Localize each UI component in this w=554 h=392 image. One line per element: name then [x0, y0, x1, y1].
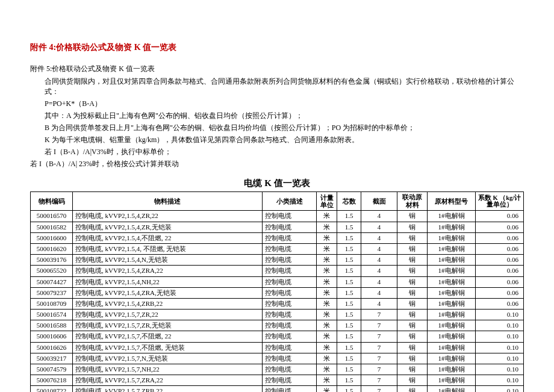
intro-formula: P=PO+K*（B-A） [30, 99, 524, 109]
cell-section: 7 [361, 310, 397, 320]
cell-k: 0.10 [476, 331, 524, 342]
cell-k: 0.10 [476, 320, 524, 331]
intro-line-1: 合同供货期限内，对且仅对第四章合同条款与格式、合同通用条款附表所列合同货物原材料… [30, 76, 524, 97]
cell-core: 1.5 [337, 375, 361, 386]
table-row: 500016606控制电缆, kVVP2,1.5,7,不阻燃, 22控制电缆米1… [31, 331, 524, 342]
cell-subdesc: 控制电缆 [263, 255, 317, 266]
cell-mat: 铜 [397, 375, 428, 386]
table-row: 500016600控制电缆, kVVP2,1.5,4,不阻燃, 22控制电缆米1… [31, 232, 524, 243]
table-row: 500076218控制电缆, kVVP2,1.5,7,ZRA,22控制电缆米1.… [31, 375, 524, 386]
cell-subdesc: 控制电缆 [263, 287, 317, 298]
cell-core: 1.5 [337, 266, 361, 276]
cell-subdesc: 控制电缆 [263, 243, 317, 254]
cell-code: 500074427 [31, 276, 73, 287]
table-row: 500079237控制电缆, kVVP2,1.5,4,ZRA,无铠装控制电缆米1… [31, 287, 524, 298]
cell-desc: 控制电缆, kVVP2,1.5,7,ZRA,22 [73, 375, 263, 386]
table-row: 500065520控制电缆, kVVP2,1.5,4,ZRA,22控制电缆米1.… [31, 266, 524, 276]
cell-code: 500108722 [31, 386, 73, 392]
cell-model: 1#电解铜 [428, 310, 476, 320]
cell-subdesc: 控制电缆 [263, 375, 317, 386]
col-core: 芯数 [337, 192, 361, 211]
cell-mat: 铜 [397, 298, 428, 309]
cell-section: 7 [361, 331, 397, 342]
cell-desc: 控制电缆, kVVP2,1.5,7,不阻燃, 无铠装 [73, 342, 263, 353]
cell-k: 0.06 [476, 255, 524, 266]
cell-section: 4 [361, 211, 397, 222]
cell-unit: 米 [317, 331, 337, 342]
cell-mat: 铜 [397, 243, 428, 254]
col-unit: 计量单位 [317, 192, 337, 211]
cell-k: 0.06 [476, 276, 524, 287]
cell-subdesc: 控制电缆 [263, 310, 317, 320]
cell-section: 7 [361, 364, 397, 375]
col-desc: 物料描述 [73, 192, 263, 211]
cell-mat: 铜 [397, 222, 428, 232]
cell-mat: 铜 [397, 364, 428, 375]
cell-desc: 控制电缆, kVVP2,1.5,7,ZR,无铠装 [73, 320, 263, 331]
cell-model: 1#电解铜 [428, 266, 476, 276]
cell-section: 7 [361, 386, 397, 392]
cell-section: 7 [361, 320, 397, 331]
cell-subdesc: 控制电缆 [263, 342, 317, 353]
cell-core: 1.5 [337, 386, 361, 392]
cell-section: 7 [361, 342, 397, 353]
cell-core: 1.5 [337, 320, 361, 331]
cell-k: 0.06 [476, 298, 524, 309]
cell-core: 1.5 [337, 243, 361, 254]
cell-code: 500074579 [31, 364, 73, 375]
cell-core: 1.5 [337, 342, 361, 353]
cell-desc: 控制电缆, kVVP2,1.5,7,不阻燃, 22 [73, 331, 263, 342]
cell-desc: 控制电缆, kVVP2,1.5,7,ZR,22 [73, 310, 263, 320]
cell-model: 1#电解铜 [428, 386, 476, 392]
cell-k: 0.10 [476, 353, 524, 364]
table-row: 500039217控制电缆, kVVP2,1.5,7,N,无铠装控制电缆米1.5… [31, 353, 524, 364]
cell-unit: 米 [317, 211, 337, 222]
cell-section: 7 [361, 353, 397, 364]
cell-k: 0.06 [476, 232, 524, 243]
col-model: 原材料型号 [428, 192, 476, 211]
col-mat: 联动原材料 [397, 192, 428, 211]
table-row: 500016582控制电缆, kVVP2,1.5,4,ZR,无铠装控制电缆米1.… [31, 222, 524, 232]
table-row: 500016620控制电缆, kVVP2,1.5,4, 不阻燃, 无铠装控制电缆… [31, 243, 524, 254]
table-row: 500108722控制电缆, kVVP2,1.5,7,ZRB,22控制电缆米1.… [31, 386, 524, 392]
cell-desc: 控制电缆, kVVP2,1.5,4,N,无铠装 [73, 255, 263, 266]
cell-desc: 控制电缆, kVVP2,1.5,4,ZRB,22 [73, 298, 263, 309]
col-subdesc: 小类描述 [263, 192, 317, 211]
cell-k: 0.10 [476, 386, 524, 392]
cell-k: 0.06 [476, 266, 524, 276]
cell-model: 1#电解铜 [428, 255, 476, 266]
cell-model: 1#电解铜 [428, 298, 476, 309]
cell-core: 1.5 [337, 287, 361, 298]
cell-code: 500079237 [31, 287, 73, 298]
cell-mat: 铜 [397, 310, 428, 320]
cell-core: 1.5 [337, 222, 361, 232]
cell-mat: 铜 [397, 353, 428, 364]
cell-core: 1.5 [337, 255, 361, 266]
cell-mat: 铜 [397, 287, 428, 298]
table-row: 500074427控制电缆, kVVP2,1.5,4,NH,22控制电缆米1.5… [31, 276, 524, 287]
table-row: 500016570控制电缆, kVVP2,1.5,4,ZR,22控制电缆米1.5… [31, 211, 524, 222]
cell-unit: 米 [317, 243, 337, 254]
cell-model: 1#电解铜 [428, 331, 476, 342]
cell-unit: 米 [317, 320, 337, 331]
cell-model: 1#电解铜 [428, 342, 476, 353]
cell-section: 4 [361, 255, 397, 266]
cell-mat: 铜 [397, 232, 428, 243]
table-row: 500039176控制电缆, kVVP2,1.5,4,N,无铠装控制电缆米1.5… [31, 255, 524, 266]
cell-unit: 米 [317, 364, 337, 375]
intro-line-3: 其中：A 为投标截止日"上海有色网"公布的铜、铝收盘日均价（按照公斤计算）； [30, 111, 524, 121]
cell-core: 1.5 [337, 298, 361, 309]
cell-subdesc: 控制电缆 [263, 232, 317, 243]
table-row: 500016588控制电缆, kVVP2,1.5,7,ZR,无铠装控制电缆米1.… [31, 320, 524, 331]
cell-section: 4 [361, 232, 397, 243]
cell-model: 1#电解铜 [428, 287, 476, 298]
cell-subdesc: 控制电缆 [263, 364, 317, 375]
cell-core: 1.5 [337, 364, 361, 375]
cell-code: 500016570 [31, 211, 73, 222]
cell-desc: 控制电缆, kVVP2,1.5,4,ZR,无铠装 [73, 222, 263, 232]
cell-subdesc: 控制电缆 [263, 298, 317, 309]
cell-unit: 米 [317, 310, 337, 320]
attachment-title: 附件 4:价格联动公式及物资 K 值一览表 [30, 42, 524, 53]
cell-section: 7 [361, 375, 397, 386]
cell-unit: 米 [317, 375, 337, 386]
